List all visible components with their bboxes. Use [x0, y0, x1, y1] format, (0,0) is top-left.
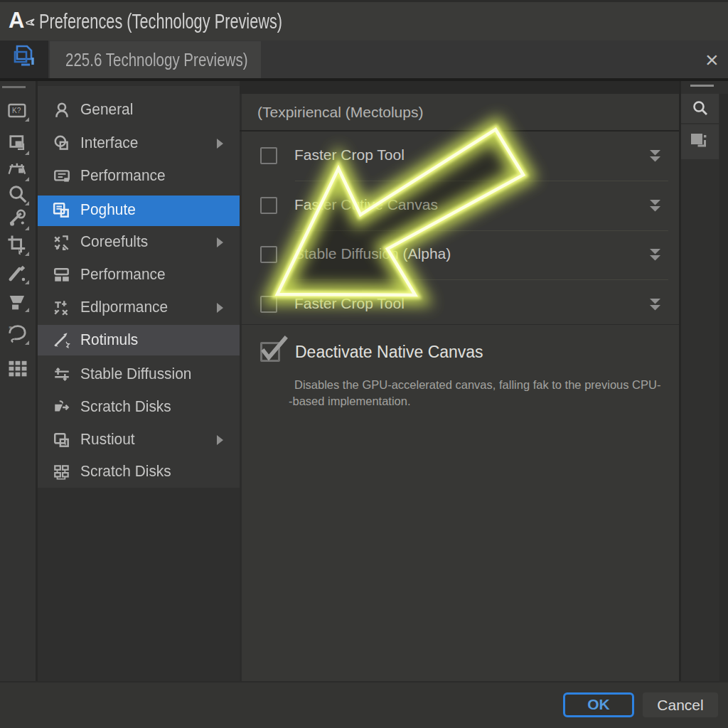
svg-text:≡: ≡: [9, 324, 13, 331]
svg-text:K?: K?: [12, 107, 21, 114]
